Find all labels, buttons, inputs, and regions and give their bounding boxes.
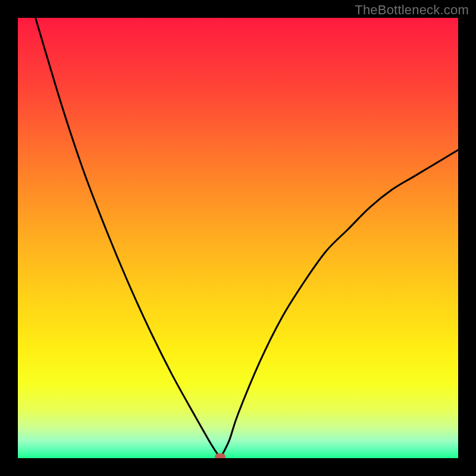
curve-right-branch (220, 150, 458, 458)
bottleneck-marker (215, 453, 226, 458)
curve-layer (18, 18, 458, 458)
chart-frame: TheBottleneck.com (0, 0, 476, 476)
plot-area (18, 18, 458, 458)
watermark-text: TheBottleneck.com (355, 2, 469, 18)
curve-left-branch (36, 18, 221, 458)
